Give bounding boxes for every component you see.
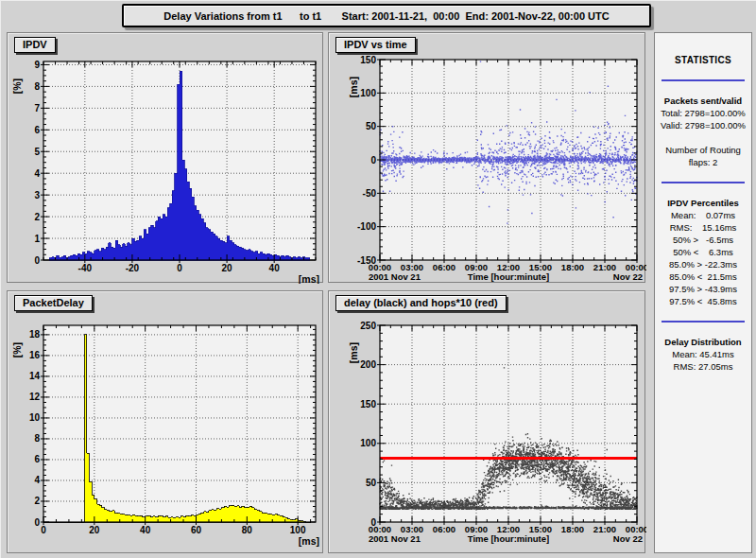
svg-text:6: 6 — [34, 125, 40, 135]
ipdv-vs-time-chart: -150-100-5005010015000:0003:0006:0009:00… — [329, 33, 646, 284]
svg-text:-100: -100 — [357, 221, 376, 232]
svg-text:40: 40 — [269, 263, 281, 273]
stats-line: 85.0% < 21.5ms — [655, 270, 751, 283]
svg-text:18: 18 — [29, 329, 41, 340]
stats-line: flaps: 2 — [655, 156, 751, 168]
stats-line: RMS: 27.05ms — [655, 360, 751, 373]
svg-text:0: 0 — [177, 263, 182, 273]
svg-text:[%]: [%] — [11, 78, 23, 94]
svg-text:06:00: 06:00 — [433, 262, 455, 272]
svg-text:200: 200 — [360, 359, 376, 370]
plot-title-ipdv: IPDV — [14, 37, 56, 53]
stats-line: Valid: 2798=100.00% — [655, 119, 751, 131]
panel-ipdv-vs-time: IPDV vs time -150-100-5005010015000:0003… — [328, 32, 645, 283]
svg-text:-20: -20 — [126, 263, 140, 273]
stats-line: Packets sent/valid — [655, 95, 751, 107]
svg-text:150: 150 — [360, 399, 376, 410]
svg-text:12: 12 — [29, 392, 41, 402]
svg-text:2: 2 — [34, 496, 40, 506]
svg-text:9: 9 — [34, 60, 40, 70]
stats-line: RMS: 15.16ms — [655, 221, 751, 234]
stats-separator — [662, 182, 745, 183]
title-banner: Delay Variations from t1 to t1 Start: 20… — [122, 4, 651, 27]
svg-text:0: 0 — [370, 155, 376, 166]
stats-line: 50% > -6.5ms — [655, 234, 751, 246]
svg-text:3: 3 — [34, 190, 40, 201]
stats-gap — [655, 131, 751, 144]
svg-text:-40: -40 — [78, 263, 93, 273]
svg-text:250: 250 — [360, 321, 376, 331]
svg-text:60: 60 — [191, 525, 202, 535]
statistics-title: STATISTICS — [655, 54, 751, 66]
packet-delay-chart: 024681012141618020406080100[ms][%] — [8, 291, 324, 554]
stats-separator — [662, 321, 745, 323]
svg-text:7: 7 — [34, 103, 40, 113]
plot-title-ipdv-vs-time: IPDV vs time — [335, 37, 416, 53]
plot-title-delay-hops: delay (black) and hops*10 (red) — [335, 295, 507, 311]
svg-text:[ms]: [ms] — [348, 77, 359, 97]
svg-text:16: 16 — [29, 350, 41, 360]
svg-text:100: 100 — [360, 438, 376, 448]
svg-text:8: 8 — [34, 81, 40, 92]
stats-line: 50% < 6.3ms — [655, 246, 751, 258]
stats-separator — [662, 79, 745, 81]
svg-text:Nov 22: Nov 22 — [613, 533, 643, 544]
svg-text:Nov 22: Nov 22 — [613, 271, 643, 282]
stats-line: Mean: 45.41ms — [655, 348, 751, 360]
stats-line: 97.5% < 45.8ms — [655, 295, 751, 307]
statistics-panel: STATISTICS Packets sent/validTotal: 2798… — [654, 32, 752, 553]
svg-text:2: 2 — [34, 212, 40, 222]
svg-text:[ms]: [ms] — [299, 535, 319, 547]
delay-and-hops-chart: 05010015020025000:0003:0006:0009:0012:00… — [329, 291, 646, 554]
svg-text:-50: -50 — [363, 188, 377, 199]
panel-delay-and-hops: delay (black) and hops*10 (red) 05010015… — [328, 290, 645, 553]
svg-text:8: 8 — [34, 433, 40, 444]
stats-line: 97.5% > -43.9ms — [655, 283, 751, 295]
svg-text:2001 Nov 21: 2001 Nov 21 — [369, 271, 421, 282]
statistics-body: Packets sent/validTotal: 2798=100.00%Val… — [655, 79, 751, 373]
svg-text:0: 0 — [41, 525, 46, 535]
svg-text:50: 50 — [366, 121, 377, 131]
svg-text:40: 40 — [140, 525, 151, 535]
stats-line: Total: 2798=100.00% — [655, 107, 751, 119]
svg-text:100: 100 — [360, 88, 376, 98]
svg-text:20: 20 — [222, 263, 233, 273]
svg-text:0: 0 — [34, 255, 40, 266]
svg-text:1: 1 — [34, 234, 40, 244]
stats-line: 85.0% > -22.3ms — [655, 258, 751, 270]
svg-text:150: 150 — [360, 55, 376, 65]
svg-text:10: 10 — [29, 412, 41, 423]
svg-text:20: 20 — [89, 525, 100, 535]
panel-packet-delay: PacketDelay 024681012141618020406080100[… — [7, 290, 323, 553]
svg-text:6: 6 — [34, 454, 40, 464]
ipdv-histogram-chart: 0123456789-40-2002040[ms][%] — [8, 33, 324, 284]
svg-text:4: 4 — [34, 168, 40, 179]
stats-line: Mean: 0.07ms — [655, 209, 751, 221]
stats-line: Delay Distribution — [655, 336, 751, 348]
svg-text:[%]: [%] — [11, 342, 23, 357]
svg-text:80: 80 — [242, 525, 253, 535]
svg-text:5: 5 — [34, 147, 40, 157]
svg-text:100: 100 — [290, 525, 306, 535]
svg-text:14: 14 — [29, 371, 41, 381]
svg-text:06:00: 06:00 — [433, 524, 455, 534]
svg-text:18:00: 18:00 — [561, 524, 584, 534]
stats-line: Number of Routing — [655, 144, 751, 156]
svg-text:Time [hour:minute]: Time [hour:minute] — [468, 533, 549, 544]
stats-line: IPDV Percentiles — [655, 197, 751, 209]
svg-text:0: 0 — [34, 517, 40, 528]
svg-text:2001 Nov 21: 2001 Nov 21 — [369, 533, 421, 544]
svg-text:[ms]: [ms] — [299, 273, 319, 284]
svg-text:18:00: 18:00 — [561, 262, 584, 272]
panel-ipdv-histogram: IPDV 0123456789-40-2002040[ms][%] — [7, 32, 323, 283]
svg-text:50: 50 — [366, 478, 377, 488]
svg-text:[ms]: [ms] — [348, 342, 359, 363]
svg-text:4: 4 — [34, 475, 40, 485]
svg-text:Time [hour:minute]: Time [hour:minute] — [468, 271, 549, 282]
delay-variations-page: { "banner": { "text": "Delay Variations … — [0, 0, 756, 558]
plot-title-packet-delay: PacketDelay — [14, 295, 93, 311]
